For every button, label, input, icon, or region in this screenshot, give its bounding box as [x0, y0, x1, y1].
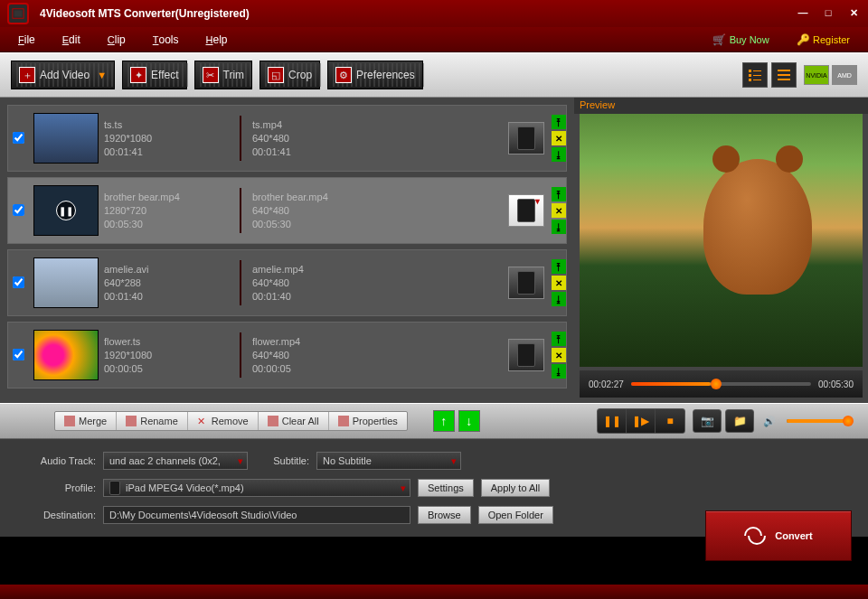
time-total: 00:05:30	[818, 379, 854, 389]
snapshot-folder-button[interactable]: 📁	[725, 409, 754, 433]
item-delete-button[interactable]: ✕	[552, 348, 566, 362]
menu-clip[interactable]: Clip	[108, 33, 126, 46]
item-up-button[interactable]: ⭱	[552, 332, 566, 346]
convert-button[interactable]: Convert	[705, 510, 852, 561]
preferences-button[interactable]: ⚙Preferences	[327, 61, 423, 89]
svg-rect-8	[778, 70, 790, 71]
menu-file[interactable]: File	[18, 33, 35, 46]
output-info: ts.mp4640*48000:01:41	[252, 118, 388, 159]
file-thumbnail[interactable]: ❚❚	[33, 185, 99, 236]
file-item[interactable]: ❚❚brother bear.mp41280*72000:05:30brothe…	[7, 177, 567, 244]
step-button[interactable]: ❚▶	[627, 409, 656, 433]
volume-slider[interactable]	[787, 419, 850, 423]
buy-now-link[interactable]: 🛒 Buy Now	[712, 33, 769, 46]
timeline: 00:02:27 00:05:30	[580, 370, 863, 398]
output-info: amelie.mp4640*48000:01:40	[252, 263, 388, 304]
window-title: 4Videosoft MTS Converter(Unregistered)	[40, 7, 796, 20]
amd-badge: AMD	[832, 65, 857, 85]
add-video-button[interactable]: ＋Add Video▼	[11, 61, 115, 89]
minimize-button[interactable]: —	[796, 6, 810, 21]
file-thumbnail[interactable]	[33, 330, 99, 380]
menu-bar: File Edit Clip Tools Help 🛒 Buy Now 🔑 Re…	[0, 27, 868, 52]
item-delete-button[interactable]: ✕	[552, 276, 566, 290]
menu-tools[interactable]: Tools	[153, 33, 179, 46]
item-delete-button[interactable]: ✕	[552, 131, 566, 145]
view-detail-button[interactable]	[771, 62, 797, 88]
chevron-down-icon[interactable]: ▼	[97, 70, 107, 80]
open-folder-button[interactable]: Open Folder	[478, 506, 553, 524]
audio-track-combo[interactable]: und aac 2 channels (0x2,	[103, 452, 248, 470]
item-down-button[interactable]: ⭳	[552, 292, 566, 306]
svg-rect-4	[749, 74, 751, 77]
file-list: ts.ts1920*108000:01:41ts.mp4640*48000:01…	[0, 98, 574, 403]
menu-edit[interactable]: Edit	[62, 33, 80, 46]
app-logo-icon	[7, 3, 29, 24]
file-checkbox[interactable]	[13, 349, 24, 360]
view-list-button[interactable]	[742, 62, 768, 88]
scissors-icon: ✂	[203, 67, 219, 83]
menu-help[interactable]: Help	[206, 33, 228, 46]
output-profile-button[interactable]: ▼	[508, 194, 544, 227]
stop-button[interactable]: ■	[656, 409, 684, 433]
pause-button[interactable]: ❚❚	[598, 409, 627, 433]
browse-button[interactable]: Browse	[418, 506, 471, 524]
remove-button[interactable]: ✕Remove	[188, 412, 259, 430]
rename-button[interactable]: Rename	[117, 412, 188, 430]
merge-button[interactable]: Merge	[55, 412, 117, 430]
output-profile-button[interactable]	[508, 267, 544, 299]
divider	[240, 116, 241, 161]
properties-button[interactable]: Properties	[329, 412, 407, 430]
file-checkbox[interactable]	[13, 132, 24, 144]
file-checkbox[interactable]	[13, 204, 24, 216]
profile-combo[interactable]: iPad MPEG4 Video(*.mp4)	[103, 479, 410, 497]
snapshot-button[interactable]: 📷	[693, 409, 722, 433]
maximize-button[interactable]: □	[821, 6, 835, 21]
file-thumbnail[interactable]	[33, 257, 99, 308]
apply-to-all-button[interactable]: Apply to All	[481, 479, 550, 497]
file-item[interactable]: amelie.avi640*28800:01:40amelie.mp4640*4…	[7, 249, 567, 316]
register-link[interactable]: 🔑 Register	[797, 33, 850, 46]
item-down-button[interactable]: ⭳	[552, 364, 566, 379]
output-profile-button[interactable]	[508, 339, 544, 371]
item-up-button[interactable]: ⭱	[552, 187, 566, 201]
file-item[interactable]: flower.ts1920*108000:00:05flower.mp4640*…	[7, 322, 567, 388]
trim-button[interactable]: ✂Trim	[194, 61, 253, 89]
pause-overlay-icon: ❚❚	[56, 201, 76, 220]
ipad-icon	[517, 271, 535, 295]
item-down-button[interactable]: ⭳	[552, 147, 566, 162]
source-info: amelie.avi640*28800:01:40	[104, 263, 240, 304]
seek-slider[interactable]	[631, 382, 811, 386]
item-up-button[interactable]: ⭱	[552, 259, 566, 274]
item-delete-button[interactable]: ✕	[552, 203, 566, 218]
plus-icon: ＋	[19, 67, 35, 83]
output-info: brother bear.mp4640*48000:05:30	[252, 191, 388, 231]
subtitle-combo[interactable]: No Subtitle	[316, 452, 461, 470]
merge-icon	[64, 416, 75, 426]
effect-icon: ✦	[130, 67, 146, 83]
ipad-icon	[517, 343, 535, 367]
destination-field[interactable]: D:\My Documents\4Videosoft Studio\Video	[103, 506, 410, 524]
item-up-button[interactable]: ⭱	[552, 115, 566, 129]
item-down-button[interactable]: ⭳	[552, 220, 566, 234]
close-button[interactable]: ✕	[846, 6, 861, 21]
trash-icon	[268, 416, 278, 426]
file-thumbnail[interactable]	[33, 113, 99, 164]
divider	[240, 260, 241, 305]
preview-label: Preview	[574, 98, 868, 114]
move-up-button[interactable]: ↑	[433, 410, 455, 432]
destination-label: Destination:	[16, 510, 96, 520]
file-checkbox[interactable]	[13, 276, 24, 288]
settings-button[interactable]: Settings	[418, 479, 474, 497]
time-current: 00:02:27	[589, 379, 624, 389]
clear-all-button[interactable]: Clear All	[259, 412, 329, 430]
effect-button[interactable]: ✦Effect	[122, 61, 186, 89]
svg-rect-3	[753, 70, 761, 71]
file-item[interactable]: ts.ts1920*108000:01:41ts.mp4640*48000:01…	[7, 105, 567, 172]
preview-video[interactable]	[580, 114, 863, 367]
output-profile-button[interactable]	[508, 122, 544, 154]
output-info: flower.mp4640*48000:00:05	[252, 335, 388, 376]
move-down-button[interactable]: ↓	[458, 410, 480, 432]
audio-track-label: Audio Track:	[16, 455, 96, 466]
svg-rect-1	[14, 11, 23, 17]
crop-button[interactable]: ◱Crop	[259, 61, 320, 89]
